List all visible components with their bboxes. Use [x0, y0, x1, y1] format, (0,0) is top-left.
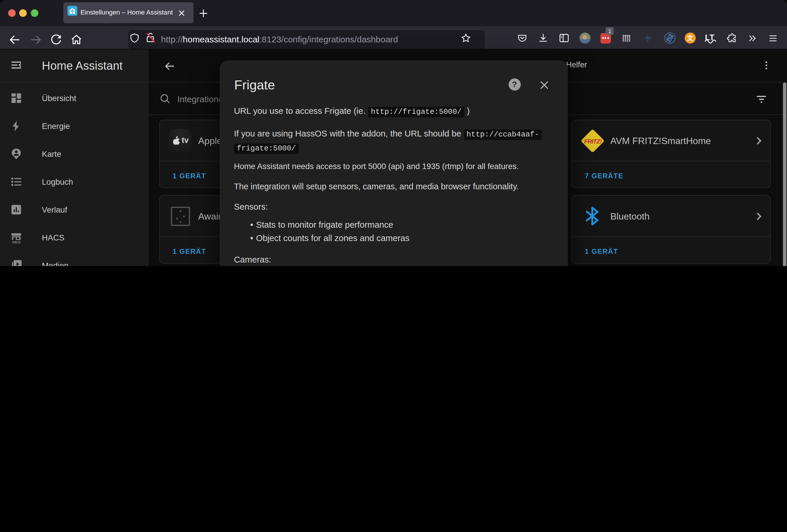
svg-text:HACS: HACS	[12, 241, 21, 244]
